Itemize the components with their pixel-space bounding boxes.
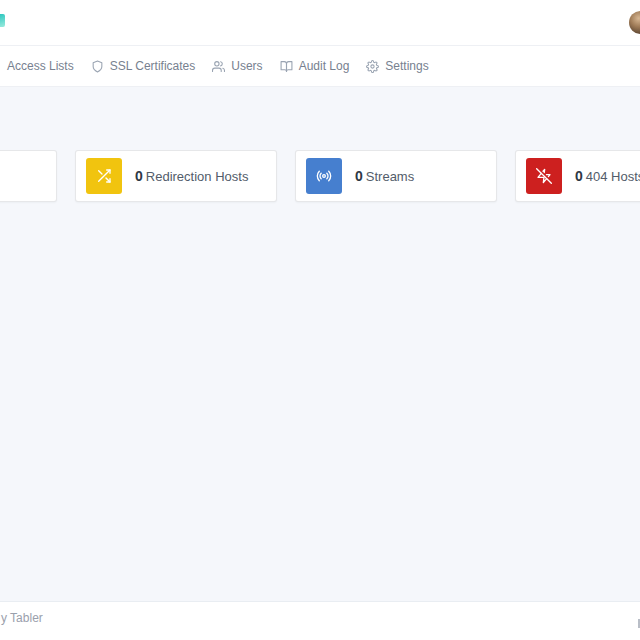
app-logo-icon[interactable] xyxy=(0,14,5,27)
stat-text: 0404 Hosts xyxy=(575,168,640,184)
stat-count: 0 xyxy=(135,168,143,184)
stat-card-404-hosts[interactable]: 0404 Hosts xyxy=(515,150,640,202)
nav-label: SSL Certificates xyxy=(110,60,196,72)
nav-label: Access Lists xyxy=(7,60,74,72)
zap-off-icon xyxy=(536,168,552,184)
nav-item-settings[interactable]: Settings xyxy=(366,60,428,73)
nav-items: Access Lists SSL Certificates Users Audi… xyxy=(0,60,446,73)
404-hosts-stamp xyxy=(526,158,562,194)
shuffle-icon xyxy=(96,168,112,184)
stat-count: 0 xyxy=(575,168,583,184)
users-icon xyxy=(212,60,225,73)
stat-count: 0 xyxy=(355,168,363,184)
nav-label: Audit Log xyxy=(299,60,350,72)
radio-icon xyxy=(316,168,332,184)
app-screen: Access Lists SSL Certificates Users Audi… xyxy=(0,0,640,640)
lock-icon xyxy=(0,60,1,73)
book-open-icon xyxy=(280,60,293,73)
footer-bar: y Tabler xyxy=(0,601,640,640)
dashboard-stats-row: 0Redirection Hosts 0Streams 0404 Hosts xyxy=(0,150,640,202)
streams-stamp xyxy=(306,158,342,194)
gear-icon xyxy=(366,60,379,73)
nav-item-audit-log[interactable]: Audit Log xyxy=(280,60,350,73)
stat-card-streams[interactable]: 0Streams xyxy=(295,150,497,202)
stat-card-partial[interactable] xyxy=(0,150,57,202)
main-nav: Access Lists SSL Certificates Users Audi… xyxy=(0,46,640,87)
user-avatar[interactable] xyxy=(629,11,640,34)
stat-label: Redirection Hosts xyxy=(146,169,249,184)
header-bar xyxy=(0,0,640,46)
nav-item-users[interactable]: Users xyxy=(212,60,262,73)
stat-card-redirection-hosts[interactable]: 0Redirection Hosts xyxy=(75,150,277,202)
nav-item-access-lists[interactable]: Access Lists xyxy=(0,60,74,73)
stat-text: 0Redirection Hosts xyxy=(135,168,248,184)
nav-item-ssl-certificates[interactable]: SSL Certificates xyxy=(91,60,196,73)
stat-text: 0Streams xyxy=(355,168,414,184)
nav-label: Settings xyxy=(385,60,428,72)
stat-label: Streams xyxy=(366,169,414,184)
redirection-hosts-stamp xyxy=(86,158,122,194)
stat-label: 404 Hosts xyxy=(586,169,640,184)
footer-theme-link[interactable]: y Tabler xyxy=(1,611,43,625)
shield-icon xyxy=(91,60,104,73)
nav-label: Users xyxy=(231,60,262,72)
